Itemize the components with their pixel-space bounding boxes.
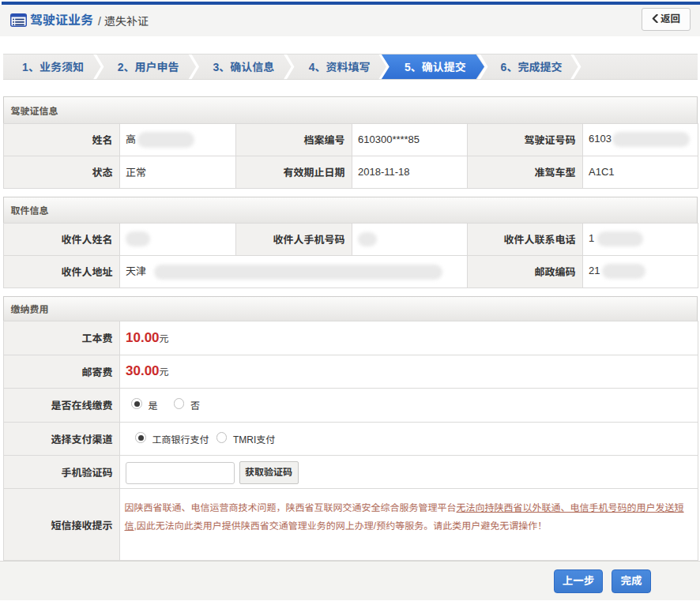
- svg-text:2、用户申告: 2、用户申告: [117, 61, 179, 73]
- svg-text:1、业务须知: 1、业务须知: [22, 61, 84, 73]
- svg-text:5、确认提交: 5、确认提交: [405, 61, 466, 73]
- svg-text:6、完成提交: 6、完成提交: [500, 61, 562, 73]
- svg-text:4、资料填写: 4、资料填写: [308, 61, 370, 73]
- svg-text:3、确认信息: 3、确认信息: [213, 61, 274, 73]
